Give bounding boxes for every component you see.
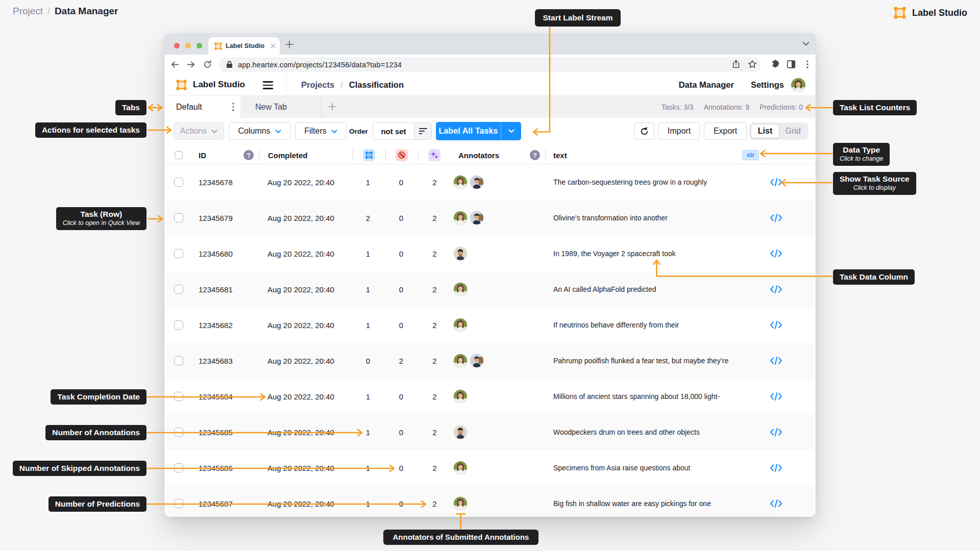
row-checkbox[interactable]: [174, 213, 183, 222]
add-tab-plus-icon[interactable]: [328, 102, 337, 111]
table-row[interactable]: 12345680Aug 20 2022, 20:40102In 1989, th…: [164, 236, 816, 271]
sort-direction-button[interactable]: [414, 123, 431, 139]
show-task-source-icon[interactable]: [770, 285, 782, 294]
row-checkbox[interactable]: [174, 285, 183, 294]
row-checkbox[interactable]: [174, 320, 183, 330]
show-task-source-icon[interactable]: [770, 320, 782, 330]
export-button[interactable]: Export: [704, 122, 747, 140]
table-row[interactable]: 12345679Aug 20 2022, 20:40202Olivine’s t…: [164, 200, 816, 236]
cell-annotations-count: 1: [360, 464, 376, 472]
app-breadcrumb-projects[interactable]: Projects: [301, 80, 334, 90]
annotator-avatar[interactable]: [454, 247, 467, 260]
show-task-source-icon[interactable]: [770, 428, 782, 437]
bookmark-star-icon[interactable]: [748, 60, 757, 69]
back-icon[interactable]: [170, 60, 180, 69]
table-row[interactable]: 12345686Aug 20 2022, 20:40102Specimens f…: [164, 450, 816, 486]
filters-button[interactable]: Filters: [295, 122, 347, 140]
annotator-avatar[interactable]: [454, 176, 467, 189]
side-panel-icon[interactable]: [786, 59, 796, 69]
table-row[interactable]: 12345687Aug 20 2022, 20:40102Big fish in…: [164, 486, 816, 517]
column-annotators[interactable]: Annotators: [458, 146, 499, 164]
annotations-count-column-icon[interactable]: [363, 149, 375, 161]
import-button[interactable]: Import: [658, 122, 700, 140]
annotator-avatar[interactable]: [454, 318, 467, 332]
view-grid-button[interactable]: Grid: [779, 127, 806, 136]
id-help-icon[interactable]: ?: [243, 146, 254, 164]
show-task-source-icon[interactable]: [770, 249, 782, 258]
view-list-button[interactable]: List: [751, 124, 779, 138]
reload-icon[interactable]: [203, 60, 212, 69]
refresh-icon: [640, 127, 649, 136]
app-title[interactable]: Label Studio: [193, 80, 245, 90]
annotator-avatar[interactable]: [454, 211, 467, 224]
tab-default[interactable]: Default: [164, 96, 240, 118]
window-zoom-button[interactable]: [197, 43, 202, 48]
annotator-avatar[interactable]: [470, 354, 483, 367]
show-task-source-icon[interactable]: [770, 392, 782, 401]
annotator-avatar[interactable]: [470, 211, 483, 224]
order-value[interactable]: not set: [373, 123, 414, 139]
row-checkbox[interactable]: [174, 178, 183, 187]
extensions-puzzle-icon[interactable]: [770, 59, 780, 69]
breadcrumb-current: Data Manager: [55, 6, 118, 17]
annotator-avatar[interactable]: [454, 283, 467, 296]
nav-settings[interactable]: Settings: [751, 80, 784, 90]
show-task-source-icon[interactable]: [770, 499, 782, 508]
column-id[interactable]: ID: [199, 146, 206, 164]
tab-close-icon[interactable]: [271, 43, 276, 48]
cell-completed-date: Aug 20 2022, 20:40: [267, 249, 334, 258]
show-task-source-icon[interactable]: [770, 356, 782, 365]
refresh-button[interactable]: [634, 122, 654, 140]
columns-button[interactable]: Columns: [229, 122, 290, 140]
annotator-avatar[interactable]: [454, 425, 467, 439]
row-checkbox[interactable]: [174, 356, 183, 365]
table-row[interactable]: 12345684Aug 20 2022, 20:40102Millions of…: [164, 379, 816, 414]
select-all-checkbox[interactable]: [175, 151, 183, 159]
annotator-avatar[interactable]: [454, 461, 467, 474]
table-row[interactable]: 12345678Aug 20 2022, 20:40102The carbon-…: [164, 164, 816, 200]
row-checkbox[interactable]: [174, 392, 183, 401]
annotator-avatar[interactable]: [470, 176, 483, 189]
show-task-source-icon[interactable]: [770, 178, 782, 187]
forward-icon[interactable]: [186, 60, 196, 69]
label-all-tasks-button[interactable]: Label All Tasks: [436, 122, 521, 140]
address-bar[interactable]: app.heartex.com/projects/123456/data?tab…: [219, 57, 761, 72]
nav-data-manager[interactable]: Data Manager: [679, 80, 734, 90]
row-checkbox[interactable]: [174, 499, 183, 508]
annotator-avatar[interactable]: [454, 390, 467, 403]
tab-strip-chevron-icon[interactable]: [802, 40, 810, 47]
show-task-source-icon[interactable]: [770, 213, 782, 222]
column-text[interactable]: text: [553, 146, 567, 164]
annotator-avatar[interactable]: [454, 497, 467, 510]
row-checkbox[interactable]: [174, 428, 183, 437]
table-row[interactable]: 12345685Aug 20 2022, 20:40102Woodpeckers…: [164, 414, 816, 450]
tab-new-tab[interactable]: New Tab: [240, 96, 321, 118]
actions-button[interactable]: Actions: [174, 122, 224, 140]
window-minimize-button[interactable]: [185, 43, 191, 48]
browser-tab[interactable]: Label Studio: [208, 37, 280, 55]
table-row[interactable]: 12345683Aug 20 2022, 20:40022Pahrump poo…: [164, 343, 816, 379]
data-type-badge[interactable]: str: [742, 150, 759, 160]
window-close-button[interactable]: [174, 43, 180, 48]
share-icon[interactable]: [731, 60, 741, 69]
table-row[interactable]: 12345682Aug 20 2022, 20:40102If neutrino…: [164, 307, 816, 343]
row-checkbox[interactable]: [174, 463, 183, 472]
new-tab-plus-icon[interactable]: [285, 40, 294, 49]
annotators-help-icon[interactable]: ?: [530, 146, 540, 164]
tab-options-kebab-icon[interactable]: [232, 103, 234, 111]
order-control[interactable]: not set: [373, 122, 432, 140]
annotator-avatar[interactable]: [454, 354, 467, 367]
column-completed[interactable]: Completed: [268, 146, 308, 164]
table-row[interactable]: 12345681Aug 20 2022, 20:40102An AI calle…: [164, 271, 816, 307]
hamburger-menu-icon[interactable]: [263, 81, 273, 89]
show-task-source-icon[interactable]: [770, 463, 782, 472]
favicon: [214, 42, 222, 50]
predictions-column-icon[interactable]: [428, 149, 440, 161]
browser-menu-kebab-icon[interactable]: [802, 59, 813, 69]
app-logo-icon[interactable]: [176, 80, 187, 90]
skipped-annotations-column-icon[interactable]: [396, 149, 408, 161]
breadcrumb-project[interactable]: Project: [13, 6, 43, 17]
row-checkbox[interactable]: [174, 249, 183, 258]
label-all-tasks-dropdown[interactable]: [501, 122, 521, 140]
user-avatar[interactable]: [791, 78, 805, 92]
